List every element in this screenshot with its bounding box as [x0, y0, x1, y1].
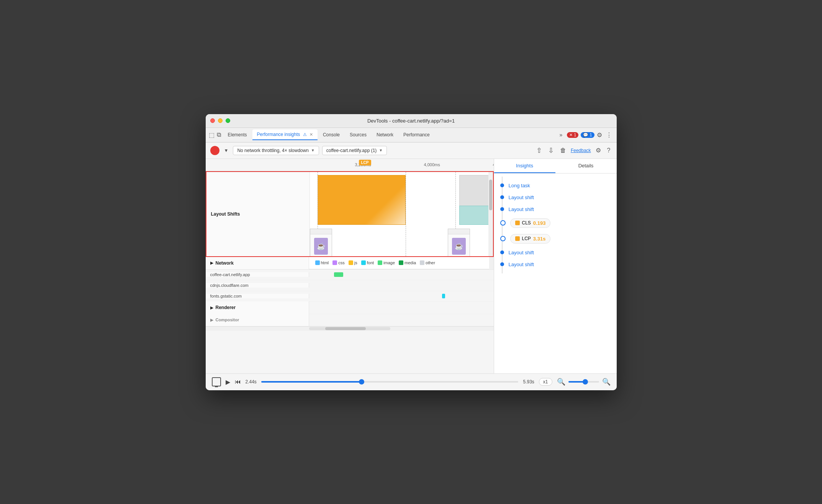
- network-throttle-dropdown[interactable]: No network throttling, 4× slowdown ▼: [233, 146, 319, 155]
- cls-value: 0.193: [533, 220, 546, 226]
- upload-icon[interactable]: ⇧: [535, 145, 544, 156]
- layout-shift-link-4[interactable]: Layout shift: [509, 262, 534, 267]
- layout-shift-link-3[interactable]: Layout shift: [509, 250, 534, 255]
- timeline-dot-lcp: [500, 236, 506, 241]
- toolbar: ▼ No network throttling, 4× slowdown ▼ c…: [206, 142, 617, 159]
- zoom-out-button[interactable]: 🔍: [557, 378, 565, 386]
- insights-panel: Insights Details Long task: [494, 159, 617, 373]
- tab-close-icon[interactable]: ✕: [309, 132, 313, 137]
- insight-item-layout-shift-2: Layout shift: [500, 203, 611, 215]
- screen-icon: [212, 377, 221, 386]
- thumb-header-2: [448, 229, 470, 234]
- shift-block-green: [459, 206, 488, 225]
- title-bar: DevTools - coffee-cart.netlify.app/?ad=1: [206, 114, 617, 128]
- timeline-dot-5: [500, 262, 504, 266]
- shift-block-orange: [318, 175, 406, 225]
- legend-other: other: [420, 260, 435, 265]
- timeline-dot-cls: [500, 220, 506, 226]
- tab-insights[interactable]: Insights: [494, 159, 555, 173]
- scrubber-fill: [261, 381, 362, 383]
- zoom-thumb[interactable]: [583, 379, 588, 385]
- layout-shift-link-2[interactable]: Layout shift: [509, 206, 534, 212]
- legend-css: css: [332, 260, 345, 265]
- network-legend: html css js font: [309, 257, 489, 269]
- gear-settings-icon[interactable]: ⚙: [594, 145, 603, 155]
- close-button[interactable]: [210, 118, 215, 123]
- insight-item-lcp: LCP 3.31s: [500, 231, 611, 247]
- insight-item-layout-shift-4: Layout shift: [500, 259, 611, 270]
- lcp-marker: LCP: [359, 160, 371, 165]
- legend-media: media: [399, 260, 416, 265]
- host-label-1: coffee-cart.netlify.app: [206, 272, 309, 277]
- host-track-1: [309, 269, 489, 280]
- speed-badge[interactable]: x1: [539, 378, 552, 386]
- timeline-dot-1: [500, 183, 504, 187]
- zoom-slider[interactable]: [568, 381, 599, 383]
- help-icon[interactable]: ?: [606, 146, 612, 155]
- scrubber-thumb[interactable]: [359, 379, 364, 385]
- cursor-icon[interactable]: ⬚: [209, 131, 215, 139]
- lcp-badge: LCP: [359, 160, 371, 165]
- timeline-panel: 3,200ms 4,000ms 4,800ms LCP Layout Shift…: [206, 159, 494, 373]
- network-host-row-2: cdnjs.cloudflare.com: [206, 280, 494, 291]
- thumb-body-2: ☕: [448, 234, 470, 256]
- renderer-row: ▶ Renderer: [206, 302, 494, 314]
- thumb-header: [310, 229, 332, 234]
- more-options-icon[interactable]: ⋮: [604, 130, 614, 140]
- renderer-section-header[interactable]: ▶ Renderer: [206, 301, 309, 314]
- timeline-dot-4: [500, 250, 504, 254]
- thumbnail-right: ☕: [448, 229, 470, 256]
- insights-content: Long task Layout shift Layout shift: [494, 173, 617, 373]
- minimize-button[interactable]: [218, 118, 223, 123]
- insight-item-layout-shift-3: Layout shift: [500, 247, 611, 259]
- more-tabs-button[interactable]: »: [557, 130, 565, 139]
- network-section-header-row: ▶ Network html css: [206, 257, 494, 270]
- lcp-metric-badge: LCP 3.31s: [510, 234, 551, 244]
- layout-shifts-label: Layout Shifts: [206, 172, 310, 256]
- media-color-dot: [399, 260, 403, 265]
- resource-bar-cyan: [442, 294, 445, 298]
- timeline-scrollbar[interactable]: [488, 172, 493, 256]
- layout-shifts-content: ☕ ☕: [310, 172, 488, 256]
- layout-shifts-track: Layout Shifts: [206, 171, 494, 257]
- layout-shift-link-1[interactable]: Layout shift: [509, 195, 534, 200]
- tab-details[interactable]: Details: [555, 159, 617, 173]
- tab-sources[interactable]: Sources: [345, 130, 371, 140]
- compositor-expand-icon: ▶: [210, 318, 213, 322]
- insight-item-cls: CLS 0.193: [500, 215, 611, 231]
- download-icon[interactable]: ⇩: [547, 145, 555, 156]
- renderer-track: [309, 302, 489, 313]
- tab-elements[interactable]: Elements: [223, 130, 252, 140]
- tab-network[interactable]: Network: [372, 130, 398, 140]
- rewind-button[interactable]: ⏮: [235, 378, 241, 385]
- tab-performance-insights[interactable]: Performance insights ⚠ ✕: [252, 129, 318, 140]
- network-section-header[interactable]: ▶ Network: [206, 257, 309, 269]
- window-title: DevTools - coffee-cart.netlify.app/?ad=1: [367, 118, 455, 124]
- tab-performance[interactable]: Performance: [399, 130, 434, 140]
- target-dropdown[interactable]: coffee-cart.netlify.app (1) ▼: [322, 146, 387, 155]
- host-track-2: [309, 280, 489, 291]
- record-button[interactable]: [210, 146, 219, 155]
- long-task-link[interactable]: Long task: [509, 183, 530, 188]
- product-icon-2: ☕: [452, 238, 466, 255]
- delete-icon[interactable]: 🗑: [558, 146, 568, 155]
- compositor-section-header[interactable]: ▶ Compositor: [206, 314, 309, 326]
- play-button[interactable]: ▶: [226, 378, 230, 386]
- error-icon: ✕: [569, 133, 573, 137]
- maximize-button[interactable]: [226, 118, 230, 123]
- zoom-in-button[interactable]: 🔍: [602, 378, 611, 386]
- settings-icon[interactable]: ⚙: [595, 130, 604, 140]
- horizontal-scrollbar[interactable]: [206, 326, 494, 331]
- feedback-link[interactable]: Feedback: [571, 148, 591, 153]
- record-dropdown-arrow[interactable]: ▼: [223, 146, 230, 155]
- dropdown-arrow-icon: ▼: [379, 148, 383, 152]
- dropdown-arrow-icon: ▼: [311, 148, 315, 152]
- lcp-label: LCP: [522, 236, 531, 241]
- legend-js: js: [349, 260, 357, 265]
- h-scrollbar-thumb[interactable]: [325, 327, 366, 330]
- scrollbar-thumb[interactable]: [489, 180, 492, 210]
- tab-console[interactable]: Console: [318, 130, 344, 140]
- screenshot-toggle-button[interactable]: [212, 377, 221, 386]
- scrubber-track[interactable]: [261, 381, 519, 383]
- device-icon[interactable]: ⧉: [217, 131, 221, 138]
